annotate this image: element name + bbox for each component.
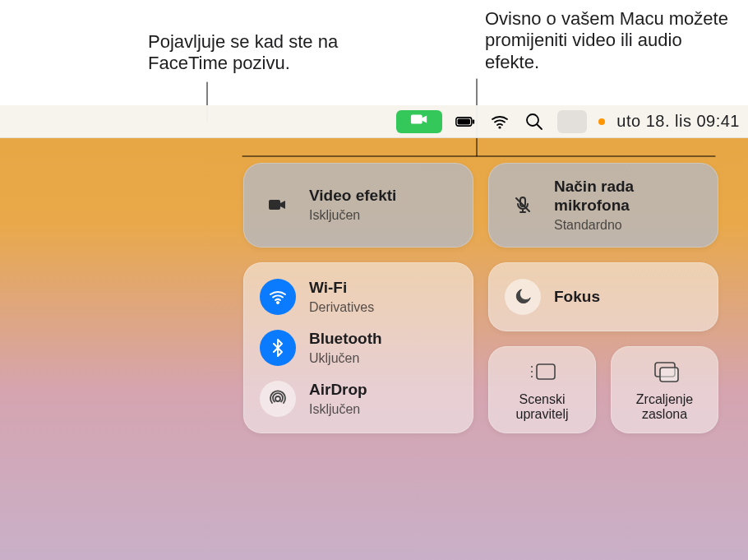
svg-rect-14 <box>537 364 555 379</box>
control-center-button[interactable] <box>557 110 587 133</box>
svg-point-12 <box>276 301 279 303</box>
row-bluetooth[interactable]: Bluetooth Uključen <box>260 330 457 366</box>
airdrop-sub: Isključen <box>309 401 367 417</box>
wifi-toggle-icon <box>260 279 296 315</box>
tile-mic-mode[interactable]: Način rada mikrofona Standardno <box>488 163 718 248</box>
facetime-indicator[interactable] <box>396 110 442 133</box>
airdrop-toggle-icon <box>260 381 296 417</box>
control-center-panel: Video efekti Isključen Način rada mikrof… <box>229 148 733 448</box>
screen-mirroring-label: Zrcaljenje zaslona <box>617 392 712 421</box>
wifi-title: Wi-Fi <box>309 279 374 298</box>
annotation-area: Pojavljuje se kad ste na FaceTime pozivu… <box>0 0 748 105</box>
camera-icon <box>410 110 428 132</box>
video-effects-title: Video efekti <box>309 187 396 206</box>
focus-icon <box>505 279 541 315</box>
focus-title: Fokus <box>554 288 600 307</box>
svg-rect-3 <box>473 119 475 123</box>
wifi-labels: Wi-Fi Derivatives <box>309 279 374 315</box>
stage-manager-icon <box>528 359 557 387</box>
svg-point-17 <box>531 376 533 377</box>
svg-point-4 <box>499 126 501 128</box>
menubar-clock[interactable]: uto 18. lis 09:41 <box>616 112 740 131</box>
svg-line-6 <box>537 124 542 129</box>
menubar: uto 18. lis 09:41 <box>0 105 748 138</box>
bluetooth-labels: Bluetooth Uključen <box>309 330 382 366</box>
wifi-sub: Derivatives <box>309 299 374 315</box>
video-effects-sub: Isključen <box>309 207 396 223</box>
callout-effects-text: Ovisno o vašem Macu možete promijeniti v… <box>485 8 728 72</box>
callout-effects: Ovisno o vašem Macu možete promijeniti v… <box>485 8 732 73</box>
bluetooth-toggle-icon <box>260 330 296 366</box>
tile-video-effects[interactable]: Video efekti Isključen <box>243 163 473 248</box>
tile-screen-mirroring[interactable]: Zrcaljenje zaslona <box>611 346 718 433</box>
video-effects-icon <box>260 187 296 223</box>
bluetooth-sub: Uključen <box>309 350 382 366</box>
svg-rect-19 <box>660 368 678 382</box>
callout-facetime: Pojavljuje se kad ste na FaceTime pozivu… <box>148 31 395 75</box>
spotlight-icon[interactable] <box>523 110 546 133</box>
row-airdrop[interactable]: AirDrop Isključen <box>260 381 457 417</box>
battery-icon[interactable] <box>454 110 477 133</box>
svg-point-15 <box>531 366 533 368</box>
svg-rect-2 <box>458 118 470 124</box>
wifi-icon[interactable] <box>488 110 511 133</box>
tile-focus[interactable]: Fokus <box>488 262 718 331</box>
mic-mode-title: Način rada mikrofona <box>554 178 702 215</box>
svg-point-13 <box>275 396 280 401</box>
mic-mode-icon <box>505 187 541 223</box>
video-effects-labels: Video efekti Isključen <box>309 187 396 223</box>
bluetooth-title: Bluetooth <box>309 330 382 349</box>
mic-in-use-dot <box>598 118 605 125</box>
tile-stage-manager[interactable]: Scenski upravitelj <box>488 346 596 433</box>
svg-point-16 <box>531 371 533 373</box>
airdrop-labels: AirDrop Isključen <box>309 381 367 417</box>
small-tile-row: Scenski upravitelj Zrcaljenje zaslona <box>488 346 718 433</box>
callout-facetime-text: Pojavljuje se kad ste na FaceTime pozivu… <box>148 31 338 73</box>
focus-labels: Fokus <box>554 288 600 307</box>
airdrop-title: AirDrop <box>309 381 367 400</box>
stage-manager-label: Scenski upravitelj <box>495 392 589 421</box>
screen-mirroring-icon <box>650 359 680 387</box>
mic-mode-labels: Način rada mikrofona Standardno <box>554 178 702 233</box>
mic-mode-sub: Standardno <box>554 217 702 233</box>
tile-connectivity: Wi-Fi Derivatives Bluetooth Uključen Air… <box>243 262 473 433</box>
row-wifi[interactable]: Wi-Fi Derivatives <box>260 279 457 315</box>
